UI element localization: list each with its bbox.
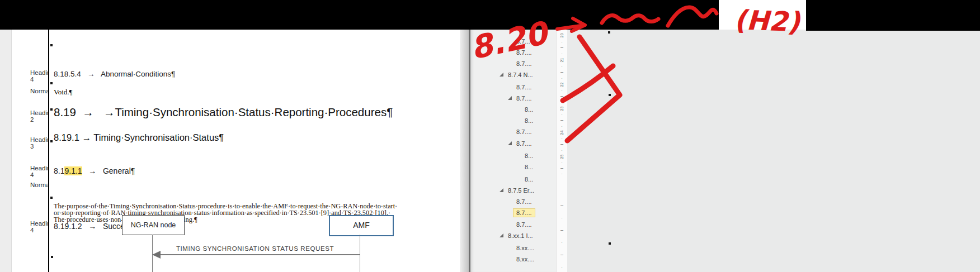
nav-item-label: 8... bbox=[525, 106, 533, 113]
nav-heading-item[interactable]: 8.7.... bbox=[516, 140, 532, 147]
nav-heading-item[interactable]: 8... bbox=[525, 176, 533, 183]
heading-8-18-5-4: 8.18.5.4 → Abnormal·Conditions¶ bbox=[54, 70, 175, 78]
lifeline-amf bbox=[360, 235, 360, 272]
nav-item-label: 8.7.5 Er... bbox=[508, 187, 534, 194]
keep-with-next-marker bbox=[51, 256, 53, 258]
nav-item-label: 8.xx.... bbox=[516, 245, 534, 251]
nav-heading-item[interactable]: 8.7.... bbox=[513, 208, 535, 217]
diagram-message-arrow bbox=[158, 254, 360, 255]
nav-item-label: 8.7.... bbox=[516, 84, 532, 90]
word-two-window-workspace: Heading 4NormalHeading 2Heading 3Heading… bbox=[0, 0, 980, 272]
nav-heading-item[interactable]: 8.7.4 N... bbox=[508, 71, 533, 78]
nav-item-label: 8.7.... bbox=[516, 198, 532, 205]
ruler-tick-label: · bbox=[560, 238, 564, 248]
search-hit-highlight: 9.1.1 bbox=[64, 166, 82, 175]
nav-item-label: 8.7... bbox=[516, 38, 530, 45]
keep-with-next-marker bbox=[50, 140, 53, 142]
keep-with-next-marker bbox=[50, 82, 53, 84]
nav-heading-item[interactable]: 8... bbox=[525, 164, 533, 170]
diagram-message-label: TIMING SYNCHRONISATION STATUS REQUEST bbox=[163, 245, 347, 252]
ruler-tick-label: · bbox=[560, 213, 564, 223]
ruler-tick-label: I bbox=[560, 250, 564, 260]
collapse-triangle-icon[interactable] bbox=[500, 188, 503, 192]
redaction-gap-white bbox=[719, 0, 806, 30]
keep-with-next-marker bbox=[50, 44, 53, 46]
nav-heading-item[interactable]: 8... bbox=[525, 117, 533, 124]
keep-with-next-marker bbox=[609, 242, 611, 245]
ruler-tick-label: · bbox=[560, 169, 564, 179]
nav-item-label: 8.7.... bbox=[516, 140, 532, 147]
ruler-tick-label: I bbox=[560, 226, 564, 236]
ruler-tick-label: · bbox=[560, 263, 564, 272]
nav-heading-item[interactable]: 8... bbox=[525, 152, 533, 159]
heading-8-19-1: 8.19.1 → Timing·Synchronisation·Status¶ bbox=[54, 132, 224, 143]
nav-heading-item[interactable]: 8.7.... bbox=[516, 128, 532, 135]
diagram-box-amf: AMF bbox=[329, 215, 394, 236]
collapse-triangle-icon[interactable] bbox=[500, 233, 503, 237]
diagram-box-ng-ran-node: NG-RAN node bbox=[122, 215, 185, 235]
nav-item-label: 8... bbox=[525, 117, 533, 124]
heading-8-19-1-1: 8.19.1.1 → General¶ bbox=[54, 166, 135, 175]
collapse-triangle-icon[interactable] bbox=[508, 96, 512, 100]
redaction-bar-left bbox=[0, 0, 719, 30]
nav-heading-item[interactable]: 8.xx.... bbox=[516, 256, 534, 263]
nav-item-label: 8... bbox=[525, 164, 533, 170]
nav-heading-item[interactable]: 8.7... bbox=[516, 38, 530, 45]
nav-item-label: 8.7.... bbox=[516, 221, 532, 228]
redaction-bar-right bbox=[806, 0, 980, 31]
keep-with-next-marker bbox=[609, 94, 611, 96]
left-document-canvas[interactable]: 8.18.5.4 → Abnormal·Conditions¶ Void.¶ 8… bbox=[49, 30, 460, 272]
nav-item-label: 8.7.... bbox=[516, 49, 532, 56]
arrowhead-left-icon bbox=[152, 251, 161, 259]
window-gap-shadow bbox=[460, 30, 469, 272]
nav-item-label: 8.7.... bbox=[516, 60, 532, 67]
nav-heading-item[interactable]: 8.7.... bbox=[516, 95, 532, 102]
nav-item-label: 8.7.... bbox=[516, 209, 532, 216]
nav-heading-item[interactable]: 8.7.... bbox=[516, 84, 532, 90]
nav-heading-item[interactable]: 8.7.... bbox=[516, 60, 532, 67]
nav-heading-item[interactable]: 8.7.5 Er... bbox=[508, 187, 534, 194]
nav-item-label: 8.xx.... bbox=[516, 256, 534, 263]
nav-item-label: 8... bbox=[525, 152, 533, 159]
keep-with-next-marker bbox=[50, 108, 53, 111]
nav-heading-item[interactable]: 8.xx.... bbox=[516, 245, 534, 251]
nav-item-label: 8... bbox=[525, 176, 533, 183]
keep-with-next-marker bbox=[50, 197, 53, 199]
right-document-background: 8.7.5.3 → Abnormal·Conditions¶ Void.¶ --… bbox=[567, 30, 980, 272]
nav-heading-item[interactable]: 8.7.... bbox=[516, 198, 532, 205]
void-paragraph: Void.¶ bbox=[54, 88, 72, 97]
left-window-edge bbox=[0, 30, 12, 272]
nav-item-label: 8.xx.1 I... bbox=[508, 232, 533, 239]
nav-heading-item[interactable]: 8... bbox=[525, 106, 533, 113]
nav-item-label: 8.7.4 N... bbox=[508, 71, 533, 78]
nav-heading-item[interactable]: 8.7.... bbox=[516, 221, 532, 228]
keep-with-next-marker bbox=[608, 31, 610, 34]
collapse-triangle-icon[interactable] bbox=[500, 73, 503, 77]
heading-8-19: 8.19 → →Timing·Synchronisation·Status·Re… bbox=[54, 106, 393, 119]
keep-with-next-marker bbox=[609, 78, 611, 80]
nav-item-label: 8.7.... bbox=[516, 95, 532, 102]
style-area-pane: Heading 4NormalHeading 2Heading 3Heading… bbox=[12, 30, 48, 272]
nav-item-label: 8.7.... bbox=[516, 128, 532, 135]
nav-heading-item[interactable]: 8.xx.1 I... bbox=[508, 232, 533, 239]
collapse-triangle-icon[interactable] bbox=[508, 141, 512, 145]
nav-heading-item[interactable]: 8.7.... bbox=[516, 49, 532, 56]
ruler-tick-label: I bbox=[560, 201, 564, 211]
